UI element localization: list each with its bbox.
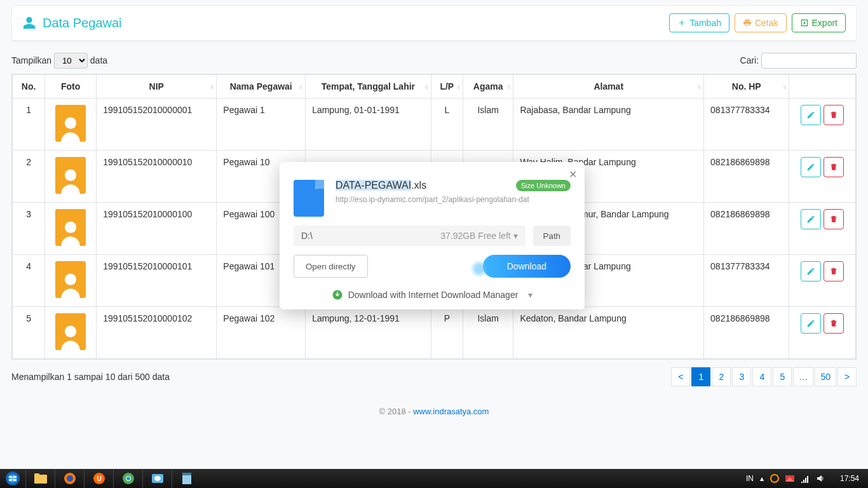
copyright-link[interactable]: www.indrasatya.com xyxy=(413,407,489,416)
clock[interactable]: 17:54 xyxy=(831,474,868,483)
cell-foto xyxy=(45,203,97,255)
cell-actions xyxy=(789,98,856,151)
edit-button[interactable] xyxy=(801,261,821,281)
start-button[interactable] xyxy=(0,469,25,488)
page-link[interactable]: 2 xyxy=(712,367,731,386)
column-header[interactable]: No. xyxy=(13,75,45,98)
cell-lp: P xyxy=(431,307,463,359)
language-indicator[interactable]: IN xyxy=(746,474,754,483)
copyright: © 2018 - www.indrasatya.com xyxy=(0,407,868,416)
export-button[interactable]: Export xyxy=(792,13,846,32)
paint-icon xyxy=(152,473,163,484)
svg-point-0 xyxy=(65,118,76,129)
print-icon xyxy=(743,18,752,27)
print-button-label: Cetak xyxy=(755,18,778,28)
page-link[interactable]: 4 xyxy=(752,367,771,386)
page-link[interactable]: 50 xyxy=(815,367,836,386)
taskbar-explorer[interactable] xyxy=(25,469,55,488)
cell-actions xyxy=(789,255,856,307)
firefox-icon xyxy=(64,473,76,484)
cell-actions xyxy=(789,151,856,203)
svg-text:U: U xyxy=(97,475,101,482)
page-link[interactable]: 1 xyxy=(691,367,710,386)
path-input[interactable]: D:\ 37.92GB Free left ▾ xyxy=(294,226,526,246)
column-header[interactable]: NIP↑↓ xyxy=(97,75,217,98)
svg-point-1 xyxy=(65,170,76,181)
plus-icon xyxy=(677,18,686,27)
column-header[interactable]: Nama Pegawai↑↓ xyxy=(217,75,306,98)
cell-nip: 199105152010000100 xyxy=(97,203,217,255)
delete-button[interactable] xyxy=(824,105,844,125)
edit-button[interactable] xyxy=(801,105,821,125)
svg-rect-9 xyxy=(34,473,39,476)
column-header[interactable]: Foto xyxy=(45,75,97,98)
column-header[interactable]: Tempat, Tanggal Lahir↑↓ xyxy=(306,75,431,98)
taskbar-notepad[interactable] xyxy=(172,469,201,488)
taskbar-firefox[interactable] xyxy=(55,469,84,488)
sort-icon: ↑↓ xyxy=(299,83,301,90)
column-header[interactable]: Agama↑↓ xyxy=(463,75,513,98)
delete-button[interactable] xyxy=(824,261,844,281)
search-input[interactable] xyxy=(761,53,857,69)
avatar xyxy=(55,313,86,350)
print-button[interactable]: Cetak xyxy=(735,13,787,32)
cell-hp: 082186869898 xyxy=(704,203,789,255)
folder-icon xyxy=(34,473,47,484)
svg-point-4 xyxy=(65,326,76,337)
page-length-select[interactable]: 10 xyxy=(54,53,88,69)
flag-icon[interactable] xyxy=(785,474,794,483)
download-dialog: ✕ DATA-PEGAWAI.xls Size Unknown http://e… xyxy=(280,162,585,309)
edit-button[interactable] xyxy=(801,209,821,229)
cell-actions xyxy=(789,307,856,359)
sort-icon: ↑↓ xyxy=(697,83,700,90)
page-link[interactable]: … xyxy=(793,367,813,386)
tray-chevron-icon[interactable]: ▴ xyxy=(760,474,764,483)
page-link[interactable]: 5 xyxy=(773,367,792,386)
cell-alamat: Rajabasa, Bandar Lampung xyxy=(513,98,704,151)
cell-no: 4 xyxy=(13,255,45,307)
size-badge: Size Unknown xyxy=(516,180,571,191)
avatar xyxy=(55,105,86,142)
wifi-icon[interactable] xyxy=(801,474,810,483)
page-link[interactable]: < xyxy=(671,367,690,386)
cell-foto xyxy=(45,151,97,203)
add-button[interactable]: Tambah xyxy=(669,13,729,32)
column-header[interactable] xyxy=(789,75,856,98)
taskbar-uc[interactable]: U xyxy=(84,469,113,488)
cell-nip: 199105152010000102 xyxy=(97,307,217,359)
path-button[interactable]: Path xyxy=(533,226,571,246)
download-url: http://eso.ip-dynamic.com/part_2/aplikas… xyxy=(336,195,571,204)
column-header[interactable]: Alamat↑↓ xyxy=(513,75,704,98)
taskbar-paint[interactable] xyxy=(142,469,172,488)
open-directly-button[interactable]: Open directly xyxy=(294,255,368,278)
add-button-label: Tambah xyxy=(689,18,721,28)
delete-button[interactable] xyxy=(824,209,844,229)
sort-icon: ↑↓ xyxy=(506,83,509,90)
cell-nip: 199105152010000001 xyxy=(97,98,217,151)
table-row: 5199105152010000102Pegawai 102Lampung, 1… xyxy=(13,307,856,359)
pagination: <12345…50> xyxy=(671,367,857,386)
windows-icon xyxy=(5,471,20,486)
edit-button[interactable] xyxy=(801,313,821,334)
delete-button[interactable] xyxy=(824,157,844,177)
taskbar-chrome[interactable] xyxy=(113,469,142,488)
idm-row[interactable]: Download with Internet Download Manager … xyxy=(280,287,585,301)
edit-button[interactable] xyxy=(801,157,821,177)
sort-icon: ↑↓ xyxy=(782,83,785,90)
sort-icon: ↑↓ xyxy=(456,83,459,90)
table-info: Menampilkan 1 sampai 10 dari 500 data xyxy=(11,372,170,382)
close-icon[interactable]: ✕ xyxy=(569,168,577,180)
tray-app-icon[interactable] xyxy=(770,474,779,483)
cell-nama: Pegawai 1 xyxy=(217,98,306,151)
show-suffix-label: data xyxy=(90,55,107,65)
idm-icon xyxy=(332,289,343,301)
cell-hp: 082186869898 xyxy=(704,307,789,359)
cell-foto xyxy=(45,307,97,359)
page-link[interactable]: 3 xyxy=(732,367,751,386)
column-header[interactable]: No. HP↑↓ xyxy=(704,75,789,98)
delete-button[interactable] xyxy=(824,313,844,334)
volume-icon[interactable] xyxy=(816,474,825,483)
page-link[interactable]: > xyxy=(837,367,857,386)
column-header[interactable]: L/P↑↓ xyxy=(431,75,463,98)
download-button[interactable]: Download xyxy=(483,255,571,278)
